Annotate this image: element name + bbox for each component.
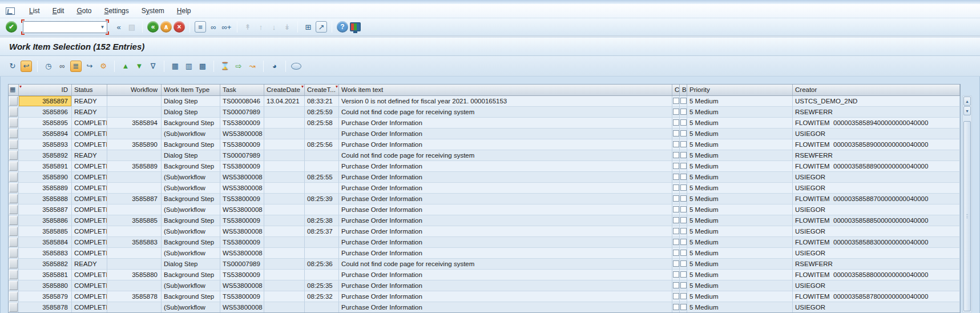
column-header-task[interactable]: Task: [220, 85, 264, 95]
cell-text[interactable]: Purchase Order Information: [339, 194, 672, 204]
statistics-icon[interactable]: ◕: [269, 61, 280, 72]
enter-icon[interactable]: ✔: [6, 21, 17, 33]
cell-text[interactable]: Version 0 is not defined for fiscal year…: [339, 96, 672, 107]
cell-type[interactable]: Background Step: [162, 270, 220, 280]
checkbox-ba[interactable]: [680, 98, 687, 104]
back-icon[interactable]: «: [147, 21, 159, 33]
cell-priority[interactable]: 5 Medium: [687, 161, 793, 172]
sort-ascending-icon[interactable]: ▲: [120, 61, 131, 72]
cell-status[interactable]: COMPLETED: [72, 172, 107, 183]
cell-status[interactable]: COMPLETED: [72, 215, 107, 226]
checkbox-co[interactable]: [673, 260, 679, 267]
cell-creator[interactable]: USIEGOR: [793, 129, 960, 139]
scroll-down-button[interactable]: ▼: [963, 106, 971, 115]
cell-creator[interactable]: FLOWITEM 00000358589400000000040000: [793, 118, 960, 129]
create-shortcut-icon[interactable]: ↗: [316, 21, 327, 33]
row-select-button[interactable]: [9, 270, 18, 279]
cell-type[interactable]: (Sub)workflow: [162, 302, 220, 312]
cell-text[interactable]: Purchase Order Information: [339, 118, 672, 129]
cell-date[interactable]: [264, 270, 305, 280]
cell-priority[interactable]: 5 Medium: [687, 280, 793, 291]
workflow-graphic-icon[interactable]: ↝: [247, 61, 258, 72]
cell-type[interactable]: Dialog Step: [162, 150, 220, 161]
display-workitem-icon[interactable]: ∞: [57, 61, 68, 72]
cell-workflow[interactable]: [107, 107, 162, 118]
cell-priority[interactable]: 5 Medium: [687, 215, 793, 226]
checkbox-ba[interactable]: [680, 282, 687, 288]
cell-date[interactable]: [264, 183, 305, 194]
cell-workflow[interactable]: [107, 172, 162, 183]
checkbox-ba[interactable]: [680, 152, 687, 158]
checkbox-ba[interactable]: [680, 206, 687, 212]
cell-workflow[interactable]: [107, 248, 162, 259]
menu-help[interactable]: Help: [171, 4, 197, 18]
cell-status[interactable]: COMPLETED: [72, 302, 107, 312]
cell-id[interactable]: 3585892: [19, 150, 72, 161]
scrollbar-track[interactable]: [963, 115, 971, 312]
cell-workflow[interactable]: 3585878: [107, 291, 162, 302]
cell-text[interactable]: Purchase Order Information: [339, 270, 672, 280]
checkbox-co[interactable]: [673, 130, 679, 137]
row-select-button[interactable]: [9, 194, 18, 203]
cell-type[interactable]: Background Step: [162, 291, 220, 302]
cell-workflow[interactable]: [107, 129, 162, 139]
cell-status[interactable]: COMPLETED: [72, 183, 107, 194]
cell-creator[interactable]: USIEGOR: [793, 248, 960, 259]
execute-workitem-icon[interactable]: ◷: [43, 61, 54, 72]
cell-type[interactable]: Dialog Step: [162, 259, 220, 270]
cell-creator[interactable]: USIEGOR: [793, 183, 960, 194]
cell-time[interactable]: 08:25:59: [305, 107, 339, 118]
cell-task[interactable]: TS53800009: [220, 237, 264, 248]
cell-workflow[interactable]: [107, 204, 162, 215]
row-select-button[interactable]: [9, 129, 18, 138]
cell-creator[interactable]: USIEGOR: [793, 204, 960, 215]
cell-text[interactable]: Purchase Order Information: [339, 215, 672, 226]
find-icon[interactable]: ∞: [208, 21, 219, 33]
cell-time[interactable]: 08:25:58: [305, 118, 339, 129]
cell-date[interactable]: [264, 118, 305, 129]
cell-status[interactable]: COMPLETED: [72, 161, 107, 172]
cell-id[interactable]: 3585894: [19, 129, 72, 139]
cell-creator[interactable]: FLOWITEM 00000358588700000000040000: [793, 194, 960, 204]
workflow-log-icon[interactable]: ≣: [70, 61, 82, 72]
change-layout-icon[interactable]: ▥: [183, 61, 195, 72]
cell-text[interactable]: Purchase Order Information: [339, 172, 672, 183]
checkbox-co[interactable]: [673, 119, 679, 126]
cancel-icon[interactable]: ×: [174, 21, 185, 33]
cell-type[interactable]: (Sub)workflow: [162, 226, 220, 237]
checkbox-co[interactable]: [673, 304, 679, 310]
cell-id[interactable]: 3585884: [19, 237, 72, 248]
cell-priority[interactable]: 5 Medium: [687, 129, 793, 139]
cell-type[interactable]: Dialog Step: [162, 107, 220, 118]
cell-time[interactable]: [305, 237, 339, 248]
new-session-icon[interactable]: ⊞: [303, 21, 314, 33]
cell-status[interactable]: READY: [72, 259, 107, 270]
cell-creator[interactable]: USIEGOR: [793, 226, 960, 237]
cell-time[interactable]: 08:25:36: [305, 259, 339, 270]
cell-creator[interactable]: USIEGOR: [793, 172, 960, 183]
cell-task[interactable]: TS53800009: [220, 270, 264, 280]
cell-workflow[interactable]: [107, 280, 162, 291]
cell-status[interactable]: COMPLETED: [72, 237, 107, 248]
menu-system[interactable]: System: [135, 4, 171, 18]
checkbox-co[interactable]: [673, 239, 679, 245]
menu-list[interactable]: List: [23, 4, 46, 18]
cell-type[interactable]: Background Step: [162, 237, 220, 248]
checkbox-ba[interactable]: [680, 250, 687, 256]
cell-id[interactable]: 3585889: [19, 183, 72, 194]
cell-task[interactable]: TS53800009: [220, 194, 264, 204]
refresh-icon[interactable]: ↻: [7, 61, 18, 72]
checkbox-co[interactable]: [673, 174, 679, 180]
cell-status[interactable]: COMPLETED: [72, 270, 107, 280]
column-header-sel[interactable]: ▦: [9, 85, 19, 95]
cell-creator[interactable]: USIEGOR: [793, 302, 960, 312]
cell-date[interactable]: [264, 215, 305, 226]
cell-task[interactable]: TS53800009: [220, 291, 264, 302]
checkbox-ba[interactable]: [680, 174, 687, 180]
cell-status[interactable]: COMPLETED: [72, 129, 107, 139]
cell-status[interactable]: COMPLETED: [72, 280, 107, 291]
cell-id[interactable]: 3585893: [19, 139, 72, 150]
cell-creator[interactable]: FLOWITEM 00000358587800000000040000: [793, 291, 960, 302]
cell-creator[interactable]: FLOWITEM 00000358588300000000040000: [793, 237, 960, 248]
row-select-button[interactable]: [9, 259, 18, 268]
